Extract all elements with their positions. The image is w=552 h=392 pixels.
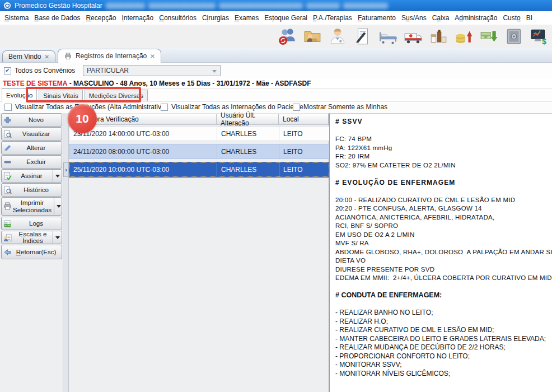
table-header: Data Hora Verificação Usuário Últ. Alter… [69,114,329,125]
evolution-text-line: ACIANÓTICA, ANICTÉRICA, AFEBRIL, HIDRATA… [335,213,551,222]
panel-splitter[interactable] [63,113,69,392]
evolution-text-line: 20:00 - REALIZADO CURATIVO DE CML E LESÃ… [335,196,551,205]
medical-record-icon[interactable] [353,26,373,46]
expenses-down-icon[interactable] [479,26,499,46]
safe-icon[interactable] [504,26,524,46]
hospital-bed-icon[interactable] [378,26,398,46]
menu-item-caixa[interactable]: Caixa [429,14,452,22]
evolution-text-line [335,187,551,196]
menu-bar: Sistema Base de Dados Recepção Internaçã… [0,11,552,25]
menu-item-sus-ans[interactable]: Sus/Ans [399,14,429,22]
evolution-text-line: - MANTER CABECEIRA DO LEITO E GRADES LAT… [335,335,551,344]
chevron-down-icon [55,175,60,178]
annotation-step-badge: 10 [68,104,97,133]
table-row[interactable]: 23/11/2020 14:00:00 UTC-03:00 CHARLLES L… [69,126,330,141]
menu-item-base-de-dados[interactable]: Base de Dados [31,14,83,22]
checkbox-unchecked[interactable] [293,104,300,111]
evolution-text-line: - REALIZAR H.O; [335,318,551,326]
view-option-somente-minhas[interactable]: Mostrar Somente as Minhas [293,103,387,111]
convenios-filter-row: ✔ Todos os Convênios PARTICULAR [0,63,552,78]
evolution-text-line: SO2: 97% EM CATETER DE O2 2L/MIN [335,161,551,170]
record-sub-tabs: Evolução Sinais Vitais Medições Diversas [0,88,552,101]
menu-item-internacao[interactable]: Internação [119,14,156,22]
evolution-text-line: - REALIZAR CURATIVO DE CML E LESÃO EM MI… [335,326,551,335]
evolution-text-line: 20:20 - PTE CONFUSA, ALERTA, GLASGOW 14 [335,204,551,213]
revenue-up-icon[interactable] [453,26,474,46]
evolution-text-line: DIETA VO [335,256,551,265]
chevron-down-icon [55,236,60,239]
excluir-button[interactable]: Excluir [1,155,62,169]
tab-medicoes-diversas[interactable]: Medições Diversas [85,90,148,101]
patients-folder-icon[interactable] [302,26,322,46]
evolution-text-line [335,300,551,309]
redacted-text [106,3,145,9]
escalas-dropdown[interactable] [53,231,62,244]
tab-evolucao[interactable]: Evolução [2,88,37,101]
svg-text:ACT: ACT [5,221,10,223]
todos-convenios-checkbox[interactable]: ✔ [4,67,11,74]
menu-item-faturamento[interactable]: Faturamento [355,14,399,22]
checkbox-unchecked[interactable] [4,104,12,111]
column-header-usuario[interactable]: Usuário Últ. Alteração [217,114,279,125]
evolution-text-line [335,127,551,136]
alterar-button[interactable]: Alterar [1,141,62,155]
financial-chart-icon[interactable]: $ [529,26,549,46]
toolbar: $ [0,25,552,48]
splitter-expand-handle[interactable]: › [63,162,69,177]
evolution-text-line [335,283,551,292]
menu-item-exames[interactable]: Exames [232,14,261,22]
edit-icon [2,144,13,152]
convenio-value: PARTICULAR [87,67,129,74]
evolution-text-line: - MONITORAR SSVV; [335,361,551,370]
view-option-todas-internacoes[interactable]: Visualizar Todas as Internações do Pacie… [161,103,303,111]
evolution-text-line: EM USO DE O2 A 2 L/MIN [335,231,551,240]
table-row-selected[interactable]: 25/11/2020 10:00:00 UTC-03:00 CHARLLES L… [69,162,330,178]
convenio-select[interactable]: PARTICULAR [83,65,221,76]
historico-button[interactable]: Histórico [1,183,62,197]
records-table: Data Hora Verificação Usuário Últ. Alter… [69,113,329,392]
app-window: Promedico Gestão Hospitalar Sistema Base… [0,0,552,392]
table-row[interactable]: 24/11/2020 08:00:00 UTC-03:00 CHARLLES L… [69,144,330,159]
check-icon: ✔ [5,68,10,73]
menu-item-administracao[interactable]: Administração [452,14,500,22]
svg-text:LOG: LOG [5,224,11,227]
evolution-text-line: DIURESE PRESENTE POR SVD [335,265,551,274]
novo-button[interactable]: Novo [1,113,62,127]
tab-sinais-vitais[interactable]: Sinais Vitais [39,90,82,101]
menu-item-cirurgias[interactable]: Cirurgias [199,14,232,22]
users-sync-icon[interactable] [277,26,297,46]
imprimir-dropdown[interactable] [54,198,63,215]
visualizar-button[interactable]: Visualizar [1,127,62,141]
retornar-button[interactable]: Retornar(Esc) [1,245,62,259]
menu-item-sistema[interactable]: Sistema [2,14,31,22]
ambulance-icon[interactable] [403,26,423,46]
menu-item-custo[interactable]: Custo [500,14,523,22]
patient-details: - MASCULINO - 48 Anos, 10 Meses e 15 Dia… [67,80,311,87]
menu-item-pa-terapias[interactable]: P.A./Terapias [310,14,355,22]
evolution-text-line: RCI, BNF S/ SOPRO [335,222,551,231]
todos-convenios-label: Todos os Convênios [15,67,75,74]
menu-item-estoque-geral[interactable]: Estoque Geral [261,14,310,22]
evolution-text-panel[interactable]: # SSVV FC: 74 BPM PA: 122X61 mmHg FR: 20… [329,113,552,392]
checkbox-unchecked[interactable] [161,104,168,111]
menu-item-consultorios[interactable]: Consultórios [156,14,199,22]
remove-icon [2,158,13,166]
close-icon[interactable]: ✕ [150,53,155,59]
imprimir-selecionadas-button[interactable]: Imprimir Selecionadas [1,197,62,216]
pharmacy-icon[interactable] [428,26,448,46]
redacted-text [306,3,340,9]
assinar-dropdown[interactable] [53,170,62,182]
column-header-local[interactable]: Local [279,114,329,125]
menu-item-bi[interactable]: BI [523,14,535,22]
assinar-button[interactable]: Assinar [1,169,62,183]
logs-button[interactable]: ACTLOG Logs [1,217,62,230]
view-icon [2,130,13,138]
tab-registros-de-internacao[interactable]: Registros de Internação ✕ [58,49,161,63]
tab-bem-vindo[interactable]: Bem Vindo ✕ [2,50,55,62]
menu-item-recepcao[interactable]: Recepção [83,14,119,22]
close-icon[interactable]: ✕ [44,54,49,60]
new-icon [2,116,13,124]
escalas-indices-button[interactable]: Escalas e Índices [1,231,62,244]
scales-icon [2,234,13,242]
doctor-icon[interactable] [328,26,348,46]
